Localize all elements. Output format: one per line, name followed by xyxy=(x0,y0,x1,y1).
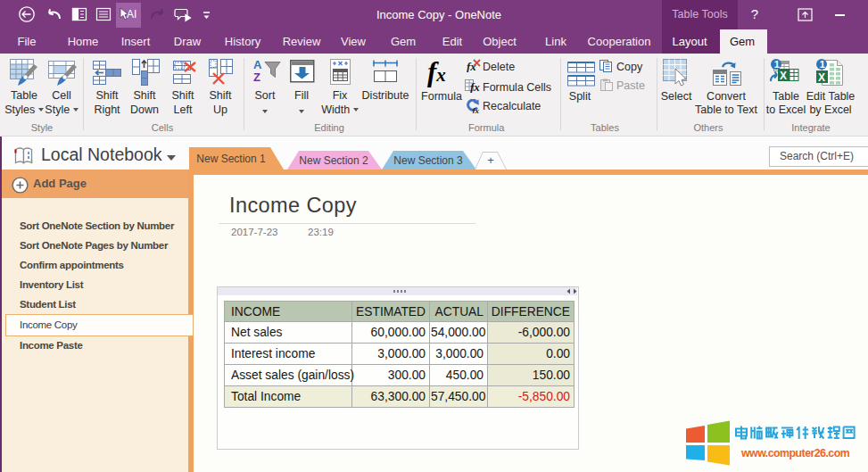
svg-text:1: 1 xyxy=(774,59,780,70)
svg-text:X: X xyxy=(818,71,825,84)
svg-text:fx: fx xyxy=(473,106,480,114)
svg-text:A: A xyxy=(253,59,262,71)
svg-text:X: X xyxy=(780,70,787,82)
svg-text:fx: fx xyxy=(470,80,480,93)
svg-text:Z: Z xyxy=(253,70,260,83)
svg-text:1: 1 xyxy=(820,59,825,70)
svg-text:AI: AI xyxy=(127,8,136,21)
